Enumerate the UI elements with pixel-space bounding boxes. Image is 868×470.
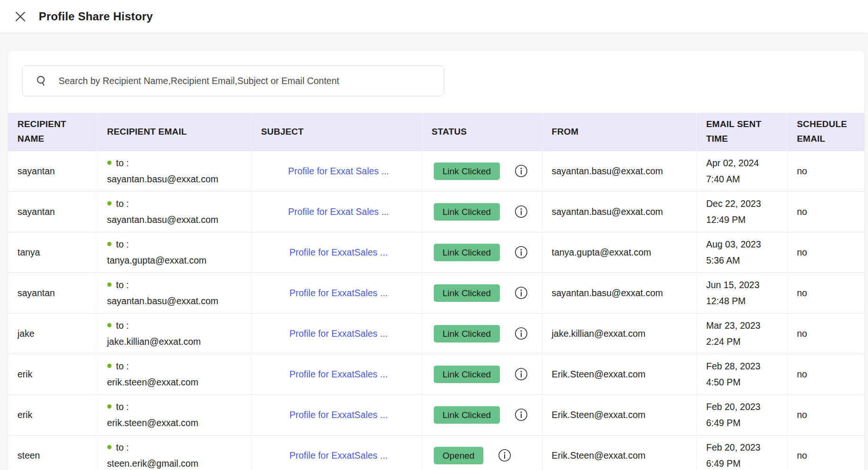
email-sent-time-cell: Apr 02, 2024 7:40 AM: [696, 151, 787, 191]
info-button[interactable]: [514, 245, 528, 259]
recipient-email-cell: to : erik.steen@exxat.com: [97, 394, 251, 435]
sent-time: 6:49 PM: [706, 455, 782, 470]
info-icon: [514, 408, 528, 422]
subject-link[interactable]: Profile for ExxatSales ...: [289, 328, 387, 339]
status-badge: Link Clicked: [434, 244, 500, 261]
info-button[interactable]: [498, 448, 512, 462]
col-header-from: FROM: [542, 113, 696, 151]
email-sent-time-cell: Feb 20, 2023 6:49 PM: [696, 435, 787, 470]
col-header-email-sent-time: EMAIL SENT TIME: [696, 113, 787, 151]
search-input[interactable]: [58, 75, 435, 87]
recipient-name: steen: [17, 450, 40, 461]
schedule-email-cell: no: [787, 354, 864, 394]
delivered-dot-icon: [107, 242, 112, 246]
info-button[interactable]: [514, 286, 528, 300]
from-cell: sayantan.basu@exxat.com: [542, 273, 696, 313]
recipient-email: jake.killian@exxat.com: [107, 333, 246, 350]
status-badge: Opened: [434, 447, 484, 464]
recipient-name: sayantan: [17, 206, 55, 217]
subject-cell: Profile for Exxat Sales ...: [251, 151, 422, 191]
status-cell: Link Clicked: [422, 151, 542, 191]
status-cell: Link Clicked: [422, 273, 542, 313]
from-cell: jake.killian@exxat.com: [542, 313, 696, 354]
sent-time: 4:50 PM: [706, 374, 782, 390]
info-button[interactable]: [514, 367, 528, 381]
table-row: erik to : erik.steen@exxat.com Profile f…: [8, 394, 864, 435]
recipient-email-cell: to : tanya.gupta@exxat.com: [97, 232, 251, 273]
close-button[interactable]: [11, 8, 29, 26]
col-header-recipient-email: RECIPIENT EMAIL: [97, 113, 251, 151]
sent-time: 5:36 AM: [706, 252, 782, 268]
subject-link[interactable]: Profile for Exxat Sales ...: [288, 166, 389, 176]
status-badge: Link Clicked: [434, 284, 500, 302]
sent-date: Feb 28, 2023: [706, 358, 782, 374]
subject-link[interactable]: Profile for Exxat Sales ...: [288, 206, 389, 217]
from-email: sayantan.basu@exxat.com: [552, 166, 663, 176]
email-sent-time-cell: Dec 22, 2023 12:49 PM: [696, 191, 787, 232]
to-label: to :: [116, 439, 129, 455]
schedule-email-value: no: [797, 288, 808, 298]
page-title: Profile Share History: [39, 10, 153, 23]
info-button[interactable]: [514, 205, 528, 219]
recipient-name: erik: [17, 410, 32, 420]
recipient-name: tanya: [17, 247, 40, 257]
recipient-email: steen.erik@gmail.com: [107, 455, 246, 470]
table-header: RECIPIENT NAME RECIPIENT EMAIL SUBJECT S…: [8, 113, 864, 151]
from-email: sayantan.basu@exxat.com: [552, 206, 663, 217]
sent-time: 12:48 PM: [706, 293, 782, 309]
table-row: sayantan to : sayantan.basu@exxat.com Pr…: [8, 151, 864, 191]
recipient-email: sayantan.basu@exxat.com: [107, 212, 246, 228]
info-button[interactable]: [514, 326, 528, 341]
to-label: to :: [116, 358, 129, 374]
schedule-email-value: no: [797, 247, 808, 257]
schedule-email-cell: no: [787, 313, 864, 354]
recipient-name: sayantan: [17, 288, 55, 298]
sent-time: 2:24 PM: [706, 333, 782, 350]
recipient-name-cell: jake: [8, 313, 97, 354]
schedule-email-cell: no: [787, 151, 864, 191]
col-header-subject: SUBJECT: [251, 113, 422, 151]
subject-link[interactable]: Profile for ExxatSales ...: [289, 247, 387, 257]
to-label: to :: [116, 155, 129, 171]
to-label: to :: [116, 399, 129, 415]
status-badge: Link Clicked: [434, 203, 500, 221]
sent-time: 7:40 AM: [706, 171, 782, 187]
delivered-dot-icon: [107, 323, 112, 327]
col-header-recipient-name: RECIPIENT NAME: [8, 113, 97, 151]
info-button[interactable]: [514, 164, 528, 178]
info-button[interactable]: [514, 408, 528, 422]
subject-cell: Profile for ExxatSales ...: [251, 313, 422, 354]
table-row: erik to : erik.steen@exxat.com Profile f…: [8, 354, 864, 394]
recipient-name-cell: erik: [8, 354, 97, 394]
info-icon: [498, 448, 512, 462]
from-email: jake.killian@exxat.com: [552, 328, 646, 339]
schedule-email-cell: no: [787, 191, 864, 232]
sent-date: Apr 02, 2024: [706, 155, 782, 171]
email-sent-time-cell: Feb 28, 2023 4:50 PM: [696, 354, 787, 394]
subject-cell: Profile for ExxatSales ...: [251, 354, 422, 394]
recipient-email: sayantan.basu@exxat.com: [107, 171, 246, 187]
schedule-email-value: no: [797, 410, 808, 420]
delivered-dot-icon: [107, 445, 112, 449]
subject-link[interactable]: Profile for ExxatSales ...: [289, 450, 387, 461]
status-badge: Link Clicked: [434, 162, 500, 180]
recipient-email: tanya.gupta@exxat.com: [107, 252, 246, 268]
subject-link[interactable]: Profile for ExxatSales ...: [289, 410, 387, 420]
from-cell: Erik.Steen@exxat.com: [542, 354, 696, 394]
subject-link[interactable]: Profile for ExxatSales ...: [289, 369, 387, 379]
search-box[interactable]: [22, 65, 444, 96]
schedule-email-cell: no: [787, 394, 864, 435]
sent-date: Feb 20, 2023: [706, 399, 782, 415]
delivered-dot-icon: [107, 282, 112, 287]
subject-link[interactable]: Profile for ExxatSales ...: [289, 288, 387, 298]
recipient-name-cell: steen: [8, 435, 97, 470]
to-label: to :: [116, 236, 129, 252]
sent-date: Mar 23, 2023: [706, 317, 782, 333]
subject-cell: Profile for ExxatSales ...: [251, 435, 422, 470]
recipient-email-cell: to : erik.steen@exxat.com: [97, 354, 251, 394]
subject-cell: Profile for ExxatSales ...: [251, 232, 422, 273]
status-cell: Link Clicked: [422, 394, 542, 435]
info-icon: [514, 286, 528, 300]
subject-cell: Profile for Exxat Sales ...: [251, 191, 422, 232]
status-cell: Opened: [422, 435, 542, 470]
